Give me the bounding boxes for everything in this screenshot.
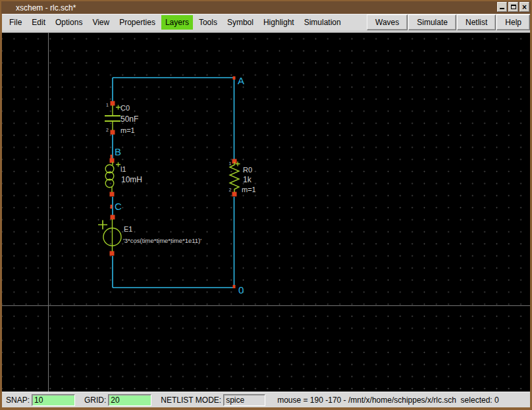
component-inductor-l1[interactable]: l1 10mH	[105, 162, 142, 192]
snap-label: SNAP:	[6, 396, 30, 405]
net-label-b[interactable]: B	[115, 146, 121, 157]
pin-number: 1	[106, 103, 109, 107]
maximize-button[interactable]	[508, 2, 518, 12]
pin-l1-1	[110, 159, 115, 163]
toolbar-buttons: Waves Simulate Netlist Help	[366, 14, 530, 30]
component-value: 50nF	[120, 115, 138, 124]
maximize-icon	[511, 5, 516, 9]
pin-number: 2	[106, 128, 109, 132]
component-vsource-e1[interactable]: E1 '3*cos(time*time*time*1e11)'	[98, 219, 201, 251]
component-value: '3*cos(time*time*time*1e11)'	[123, 237, 201, 244]
pin-c0-1	[111, 101, 115, 106]
menu-bar: File Edit Options View Properties Layers…	[2, 14, 530, 30]
close-button[interactable]: ×	[519, 2, 529, 12]
menu-item-edit[interactable]: Edit	[28, 15, 49, 30]
label-mark-0	[233, 285, 236, 288]
menu-item-simulation[interactable]: Simulation	[300, 15, 345, 30]
menu-item-file[interactable]: File	[5, 15, 26, 30]
net-label-c[interactable]: C	[115, 201, 122, 212]
grid-input[interactable]	[108, 394, 151, 406]
net-label-0[interactable]: 0	[238, 284, 244, 295]
title-bar[interactable]: xschem - rlc.sch* ×	[1, 1, 531, 14]
component-ref: R0	[243, 166, 252, 174]
component-ref: C0	[120, 104, 130, 112]
snap-input[interactable]	[32, 394, 75, 406]
plus-icon	[116, 163, 120, 167]
xschem-window: xschem - rlc.sch* × File Edit Options Vi…	[0, 0, 532, 410]
plus-icon	[98, 220, 107, 230]
window-title: xschem - rlc.sch*	[1, 3, 76, 13]
minimize-icon	[500, 7, 504, 9]
menu-item-layers[interactable]: Layers	[161, 15, 193, 30]
close-icon: ×	[522, 3, 527, 11]
status-bar: SNAP: GRID: NETLIST MODE: mouse = 190 -1…	[2, 392, 530, 407]
waves-button[interactable]: Waves	[367, 14, 408, 30]
netlist-mode-input[interactable]	[223, 394, 265, 406]
component-value: 10mH	[121, 175, 142, 184]
pin-e1-1	[111, 215, 115, 220]
mouse-status-text: mouse = 190 -170 - /mnt/x/home/schippes/…	[277, 396, 499, 405]
simulate-button[interactable]: Simulate	[408, 14, 456, 30]
menu-item-tools[interactable]: Tools	[195, 15, 221, 30]
label-mark-b	[111, 155, 113, 159]
menu-item-symbol[interactable]: Symbol	[223, 15, 257, 30]
plus-icon	[116, 105, 120, 110]
pin-number: 1	[229, 161, 232, 166]
window-controls: ×	[497, 2, 529, 12]
menu-item-properties[interactable]: Properties	[115, 15, 159, 30]
component-ref: l1	[120, 165, 126, 173]
help-button[interactable]: Help	[496, 14, 530, 30]
component-resistor-r0[interactable]: 1 2 R0 1k m=1	[229, 161, 256, 193]
grid-label: GRID:	[84, 396, 106, 405]
netlist-mode-label: NETLIST MODE:	[161, 396, 221, 405]
pin-e1-2	[110, 251, 115, 256]
netlist-button[interactable]: Netlist	[457, 14, 496, 30]
net-label-a[interactable]: A	[238, 75, 244, 86]
menu-item-view[interactable]: View	[88, 15, 113, 30]
component-capacitor-c0[interactable]: 1 2 C0 50nF m=1	[105, 103, 138, 134]
schematic-drawing: 1 2 C0 50nF m=1 l1 10mH	[2, 33, 530, 392]
minimize-button[interactable]	[497, 2, 507, 12]
menu-item-highlight[interactable]: Highlight	[259, 15, 298, 30]
pin-number: 2	[229, 188, 232, 192]
component-ref: E1	[124, 225, 132, 233]
schematic-canvas[interactable]: 1 2 C0 50nF m=1 l1 10mH	[2, 33, 530, 392]
menu-item-options[interactable]: Options	[51, 15, 86, 30]
label-mark-c	[111, 205, 113, 209]
pin-r0-2	[232, 192, 237, 197]
label-mark-a	[233, 76, 236, 80]
pin-c0-2	[111, 130, 115, 135]
component-param: m=1	[120, 126, 135, 134]
component-param: m=1	[242, 186, 256, 193]
pin-l1-2	[110, 192, 115, 197]
component-value: 1k	[243, 175, 252, 184]
menu-items: File Edit Options View Properties Layers…	[2, 14, 347, 30]
